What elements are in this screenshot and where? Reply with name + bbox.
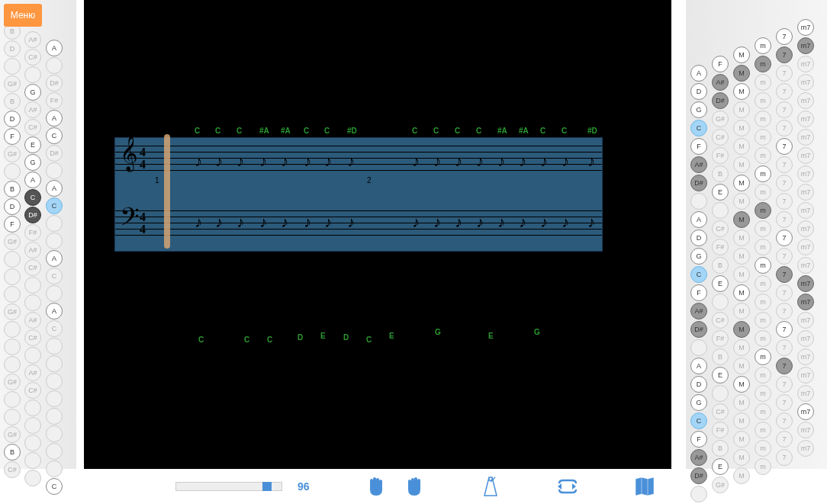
right-chord-button[interactable]: m: [755, 239, 771, 255]
right-chord-button[interactable]: M: [733, 248, 750, 265]
right-chord-button[interactable]: M: [733, 47, 750, 63]
right-chord-button[interactable]: m7: [797, 56, 814, 72]
right-chord-button[interactable]: m: [755, 37, 771, 54]
left-note-button[interactable]: C: [46, 197, 63, 214]
left-note-button[interactable]: [46, 338, 63, 355]
right-chord-button[interactable]: M: [733, 376, 750, 393]
right-chord-button[interactable]: m: [755, 348, 771, 365]
right-chord-button[interactable]: C#: [712, 312, 729, 329]
right-chord-button[interactable]: M: [733, 321, 750, 338]
right-chord-button[interactable]: m: [755, 440, 771, 457]
right-chord-button[interactable]: A#: [712, 74, 729, 91]
right-chord-button[interactable]: [690, 339, 707, 356]
right-chord-button[interactable]: C: [690, 413, 707, 429]
right-chord-button[interactable]: B: [712, 440, 729, 457]
left-note-button[interactable]: G#: [4, 75, 21, 92]
right-chord-button[interactable]: M: [733, 413, 750, 429]
right-chord-button[interactable]: D#: [712, 92, 729, 109]
left-note-button[interactable]: F: [4, 216, 21, 233]
left-note-button[interactable]: C: [46, 268, 63, 284]
left-note-button[interactable]: A: [46, 303, 63, 319]
left-note-button[interactable]: [4, 391, 21, 408]
right-chord-button[interactable]: F: [690, 431, 707, 448]
left-note-button[interactable]: F: [4, 128, 21, 145]
left-note-button[interactable]: D: [4, 40, 21, 57]
right-chord-button[interactable]: M: [733, 156, 750, 173]
right-chord-button[interactable]: G: [690, 101, 707, 118]
right-chord-button[interactable]: m7: [797, 367, 814, 384]
left-note-button[interactable]: [46, 162, 63, 179]
left-note-button[interactable]: G#: [4, 233, 21, 250]
left-note-button[interactable]: [46, 355, 63, 372]
right-chord-button[interactable]: M: [733, 339, 750, 356]
right-chord-button[interactable]: E: [712, 184, 729, 201]
left-note-button[interactable]: [46, 390, 63, 407]
right-chord-button[interactable]: m7: [797, 330, 814, 347]
left-note-button[interactable]: [24, 452, 41, 469]
left-note-button[interactable]: G: [24, 84, 41, 101]
left-hand-icon[interactable]: [365, 475, 388, 498]
right-chord-button[interactable]: G#: [712, 111, 729, 127]
loop-icon[interactable]: [555, 475, 578, 498]
left-note-button[interactable]: [24, 277, 41, 294]
right-chord-button[interactable]: m: [755, 367, 771, 384]
right-chord-button[interactable]: A: [690, 65, 707, 82]
left-note-button[interactable]: [4, 356, 21, 373]
right-chord-button[interactable]: m: [755, 202, 771, 219]
right-chord-button[interactable]: E: [712, 458, 729, 475]
right-chord-button[interactable]: M: [733, 175, 750, 191]
left-note-button[interactable]: C#: [24, 382, 41, 399]
right-chord-button[interactable]: A#: [690, 303, 707, 319]
left-note-button[interactable]: C#: [24, 49, 41, 66]
score-viewport[interactable]: 𝄞 𝄢 4 4 4 4 1 2 C♪♪C♪♪C♪♪#A♪♪#A♪♪C♪♪C♪♪#…: [84, 0, 671, 469]
right-chord-button[interactable]: A#: [690, 449, 707, 466]
right-chord-button[interactable]: 7: [776, 47, 793, 63]
right-chord-button[interactable]: C#: [712, 403, 729, 420]
right-chord-button[interactable]: M: [733, 230, 750, 246]
right-chord-button[interactable]: m7: [797, 385, 814, 402]
right-chord-button[interactable]: m7: [797, 312, 814, 329]
right-chord-button[interactable]: m: [755, 56, 771, 72]
right-chord-button[interactable]: m: [755, 275, 771, 292]
right-chord-button[interactable]: 7: [776, 339, 793, 356]
right-chord-button[interactable]: m: [755, 165, 771, 182]
left-note-button[interactable]: C: [46, 478, 63, 495]
right-chord-button[interactable]: m7: [797, 440, 814, 457]
left-note-button[interactable]: A: [46, 250, 63, 267]
right-chord-button[interactable]: 7: [776, 284, 793, 301]
left-note-button[interactable]: B: [4, 181, 21, 197]
right-chord-button[interactable]: 7: [776, 120, 793, 136]
right-chord-button[interactable]: M: [733, 193, 750, 210]
right-chord-button[interactable]: m: [755, 458, 771, 475]
left-note-button[interactable]: B: [4, 444, 21, 461]
right-chord-button[interactable]: [712, 385, 729, 402]
right-chord-button[interactable]: m7: [797, 403, 814, 420]
right-chord-button[interactable]: m: [755, 257, 771, 274]
right-chord-button[interactable]: D: [690, 376, 707, 393]
left-note-button[interactable]: [46, 233, 63, 249]
left-note-button[interactable]: D#: [46, 145, 63, 162]
left-note-button[interactable]: A#: [24, 364, 41, 381]
left-note-button[interactable]: [24, 435, 41, 451]
left-note-button[interactable]: G#: [4, 146, 21, 162]
right-chord-button[interactable]: A#: [690, 156, 707, 173]
right-chord-button[interactable]: D#: [690, 175, 707, 191]
right-chord-button[interactable]: m: [755, 312, 771, 329]
left-note-button[interactable]: C: [46, 320, 63, 337]
right-chord-button[interactable]: [712, 202, 729, 219]
tempo-slider[interactable]: [175, 482, 282, 491]
right-chord-button[interactable]: m: [755, 385, 771, 402]
right-chord-button[interactable]: M: [733, 266, 750, 283]
left-note-button[interactable]: [4, 251, 21, 268]
left-note-button[interactable]: A: [46, 180, 63, 197]
right-chord-button[interactable]: F: [690, 138, 707, 155]
playhead[interactable]: [164, 134, 170, 249]
right-chord-button[interactable]: C#: [712, 129, 729, 146]
left-note-button[interactable]: [4, 321, 21, 338]
right-chord-button[interactable]: m: [755, 184, 771, 201]
right-chord-button[interactable]: 7: [776, 376, 793, 393]
right-chord-button[interactable]: M: [733, 303, 750, 319]
left-note-button[interactable]: [24, 66, 41, 83]
right-chord-button[interactable]: m7: [797, 220, 814, 237]
right-chord-button[interactable]: m7: [797, 184, 814, 201]
